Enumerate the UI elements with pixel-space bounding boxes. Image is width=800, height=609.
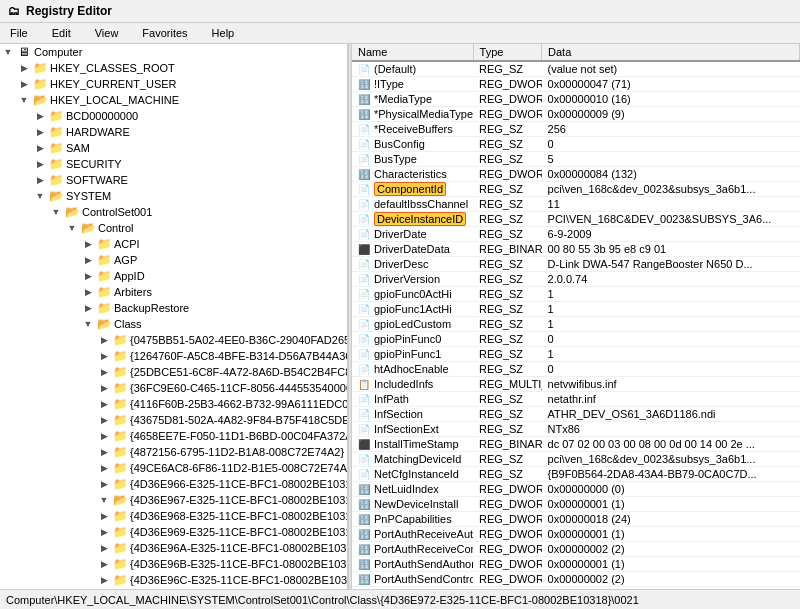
tree-node-appid[interactable]: ▶📁AppID [0,268,347,284]
tree-node-guid11[interactable]: ▼📂{4D36E967-E325-11CE-BFC1-08002BE10318} [0,492,347,508]
tree-node-guid4[interactable]: ▶📁{36FC9E60-C465-11CF-8056-444553540000} [0,380,347,396]
table-row[interactable]: 📄gpioPinFunc1REG_SZ1 [352,347,800,362]
table-row[interactable]: 📄BusConfigREG_SZ0 [352,137,800,152]
table-row[interactable]: 📄DriverDescREG_SZD-Link DWA-547 RangeBoo… [352,257,800,272]
menu-item-edit[interactable]: Edit [46,25,77,41]
tree-node-guid14[interactable]: ▶📁{4D36E96A-E325-11CE-BFC1-08002BE10318} [0,540,347,556]
tree-expander[interactable]: ▶ [32,140,48,156]
tree-node-software[interactable]: ▶📁SOFTWARE [0,172,347,188]
tree-expander[interactable]: ▶ [96,476,112,492]
tree-expander[interactable]: ▶ [80,268,96,284]
table-row[interactable]: 📄htAdhocEnableREG_SZ0 [352,362,800,377]
tree-expander[interactable]: ▶ [32,108,48,124]
tree-node-backuprestore[interactable]: ▶📁BackupRestore [0,300,347,316]
table-row[interactable]: 📄DriverDateREG_SZ6-9-2009 [352,227,800,242]
tree-expander[interactable]: ▶ [96,396,112,412]
table-row[interactable]: 📄ComponentIdREG_SZpci\ven_168c&dev_0023&… [352,182,800,197]
tree-expander[interactable]: ▶ [96,524,112,540]
tree-node-guid6[interactable]: ▶📁{43675D81-502A-4A82-9F84-B75F418C5DEA} [0,412,347,428]
tree-node-guid1[interactable]: ▶📁{0475BB51-5A02-4EE0-B36C-29040FAD2650} [0,332,347,348]
menu-item-view[interactable]: View [89,25,125,41]
tree-expander[interactable]: ▶ [96,332,112,348]
tree-expander[interactable]: ▶ [80,236,96,252]
tree-node-hardware[interactable]: ▶📁HARDWARE [0,124,347,140]
table-row[interactable]: 🔢*MediaTypeREG_DWORD0x00000010 (16) [352,92,800,107]
tree-node-guid7[interactable]: ▶📁{4658EE7E-F050-11D1-B6BD-00C04FA372A7} [0,428,347,444]
table-row[interactable]: 🔢PortAuthSendControlStateREG_DWORD0x0000… [352,572,800,587]
tree-node-local_machine[interactable]: ▼📂HKEY_LOCAL_MACHINE [0,92,347,108]
tree-node-current_user[interactable]: ▶📁HKEY_CURRENT_USER [0,76,347,92]
tree-expander[interactable]: ▶ [16,60,32,76]
tree-expander[interactable]: ▶ [96,348,112,364]
table-row[interactable]: 🔢PnPCapabilitiesREG_DWORD0x00000018 (24) [352,512,800,527]
tree-node-sam[interactable]: ▶📁SAM [0,140,347,156]
table-row[interactable]: 📄InfSectionExtREG_SZNTx86 [352,422,800,437]
values-panel[interactable]: Name Type Data 📄(Default)REG_SZ(value no… [352,44,800,589]
tree-expander[interactable]: ▶ [96,380,112,396]
tree-expander[interactable]: ▶ [96,572,112,588]
tree-expander[interactable]: ▼ [80,316,96,332]
tree-node-acpi[interactable]: ▶📁ACPI [0,236,347,252]
tree-expander[interactable]: ▶ [96,540,112,556]
table-row[interactable]: 📄*ReceiveBuffersREG_SZ256 [352,122,800,137]
tree-node-classes_root[interactable]: ▶📁HKEY_CLASSES_ROOT [0,60,347,76]
menu-item-help[interactable]: Help [206,25,241,41]
table-row[interactable]: 🔢PortAuthSendAuthorizationStateREG_DWORD… [352,557,800,572]
tree-expander[interactable]: ▶ [32,124,48,140]
tree-expander[interactable]: ▶ [96,444,112,460]
tree-node-computer[interactable]: ▼🖥Computer [0,44,347,60]
table-row[interactable]: 🔢!ITypeREG_DWORD0x00000047 (71) [352,77,800,92]
tree-expander[interactable]: ▶ [32,172,48,188]
tree-expander[interactable]: ▼ [32,188,48,204]
col-header-data[interactable]: Data [542,44,800,61]
tree-node-bcd[interactable]: ▶📁BCD00000000 [0,108,347,124]
table-row[interactable]: 📄NetCfgInstanceIdREG_SZ{B9F0B564-2DA8-43… [352,467,800,482]
tree-node-arbiters[interactable]: ▶📁Arbiters [0,284,347,300]
table-row[interactable]: 📄InfPathREG_SZnetathr.inf [352,392,800,407]
table-row[interactable]: 🔢PortAuthReceiveControlStateREG_DWORD0x0… [352,542,800,557]
tree-expander[interactable]: ▼ [0,44,16,60]
table-row[interactable]: 🔢PortAuthReceiveAuthorizationStateREG_DW… [352,527,800,542]
tree-node-guid3[interactable]: ▶📁{25DBCE51-6C8F-4A72-8A6D-B54C2B4FC835} [0,364,347,380]
tree-node-security[interactable]: ▶📁SECURITY [0,156,347,172]
menu-item-file[interactable]: File [4,25,34,41]
table-row[interactable]: 📄gpioFunc0ActHiREG_SZ1 [352,287,800,302]
table-row[interactable]: 🔢NewDeviceInstallREG_DWORD0x00000001 (1) [352,497,800,512]
tree-expander[interactable]: ▶ [16,76,32,92]
table-row[interactable]: 📄defaultIbssChannelREG_SZ11 [352,197,800,212]
tree-panel[interactable]: ▼🖥Computer▶📁HKEY_CLASSES_ROOT▶📁HKEY_CURR… [0,44,348,589]
table-row[interactable]: 📄gpioPinFunc0REG_SZ0 [352,332,800,347]
tree-node-guid5[interactable]: ▶📁{4116F60B-25B3-4662-B732-99A6111EDC0B} [0,396,347,412]
table-row[interactable]: 🔢CharacteristicsREG_DWORD0x00000084 (132… [352,167,800,182]
tree-node-guid2[interactable]: ▶📁{1264760F-A5C8-4BFE-B314-D56A7B44A362} [0,348,347,364]
table-row[interactable]: 📄MatchingDeviceIdREG_SZpci\ven_168c&dev_… [352,452,800,467]
table-row[interactable]: 📄gpioLedCustomREG_SZ1 [352,317,800,332]
tree-expander[interactable]: ▶ [32,156,48,172]
tree-expander[interactable]: ▶ [96,364,112,380]
tree-expander[interactable]: ▶ [96,460,112,476]
table-row[interactable]: 📄gpioFunc1ActHiREG_SZ1 [352,302,800,317]
tree-expander[interactable]: ▶ [80,284,96,300]
tree-expander[interactable]: ▶ [80,252,96,268]
tree-node-system[interactable]: ▼📂SYSTEM [0,188,347,204]
table-row[interactable]: ⬛InstallTimeStampREG_BINARYdc 07 02 00 0… [352,437,800,452]
col-header-type[interactable]: Type [473,44,541,61]
table-row[interactable]: ⬛DriverDateDataREG_BINARY00 80 55 3b 95 … [352,242,800,257]
table-row[interactable]: 📋IncludedInfsREG_MULTI_SZnetvwifibus.inf [352,377,800,392]
tree-expander[interactable]: ▶ [80,300,96,316]
tree-node-guid10[interactable]: ▶📁{4D36E966-E325-11CE-BFC1-08002BE10318} [0,476,347,492]
tree-expander[interactable]: ▼ [48,204,64,220]
tree-node-class[interactable]: ▼📂Class [0,316,347,332]
tree-expander[interactable]: ▶ [96,556,112,572]
tree-expander[interactable]: ▶ [96,508,112,524]
menu-item-favorites[interactable]: Favorites [136,25,193,41]
tree-node-guid15[interactable]: ▶📁{4D36E96B-E325-11CE-BFC1-08002BE10318} [0,556,347,572]
table-row[interactable]: 📄(Default)REG_SZ(value not set) [352,61,800,77]
table-row[interactable]: 📄DriverVersionREG_SZ2.0.0.74 [352,272,800,287]
tree-node-guid12[interactable]: ▶📁{4D36E968-E325-11CE-BFC1-08002BE10318} [0,508,347,524]
tree-node-guid13[interactable]: ▶📁{4D36E969-E325-11CE-BFC1-08002BE10318} [0,524,347,540]
tree-expander[interactable]: ▶ [96,412,112,428]
tree-node-controlset001[interactable]: ▼📂ControlSet001 [0,204,347,220]
col-header-name[interactable]: Name [352,44,473,61]
tree-node-guid16[interactable]: ▶📁{4D36E96C-E325-11CE-BFC1-08002BE10318} [0,572,347,588]
